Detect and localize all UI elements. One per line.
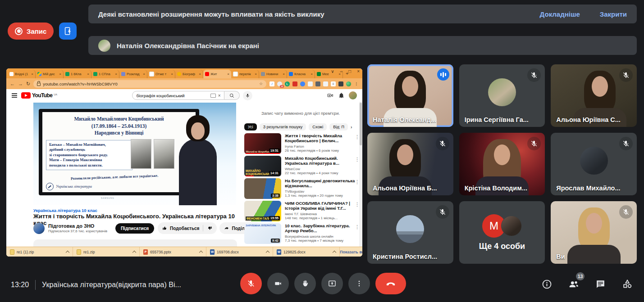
tab-close-icon[interactable]: × (87, 72, 89, 76)
extension-icon[interactable] (346, 81, 351, 86)
menu-icon[interactable] (12, 93, 17, 98)
tab-close-icon[interactable]: × (199, 72, 201, 76)
chat-button[interactable] (595, 279, 606, 290)
refresh-icon[interactable]: ↻ (26, 81, 30, 87)
extension-icon[interactable]: L (285, 81, 290, 86)
transcript-button[interactable] (59, 23, 77, 40)
leave-call-button[interactable] (375, 273, 406, 294)
tab-close-icon[interactable]: × (59, 72, 61, 76)
extension-icon[interactable] (338, 81, 343, 86)
filter-chip[interactable]: З результатів пошуку (260, 123, 306, 131)
video-hashtag-link[interactable]: Українська література 10 клас (33, 208, 97, 213)
search-button[interactable] (224, 91, 240, 100)
window-control-icon[interactable]: □ (348, 69, 351, 74)
keyboard-icon[interactable] (210, 94, 216, 98)
extension-icon[interactable]: / (269, 81, 274, 86)
filter-chip[interactable]: Схожі (309, 123, 327, 131)
channel-name[interactable]: Підготовка до ЗНО (48, 223, 107, 229)
activities-button[interactable] (621, 278, 633, 290)
meeting-details-button[interactable] (541, 279, 553, 290)
extension-icon[interactable]: 10 (277, 81, 282, 86)
browser-tab[interactable]: перелік × (231, 70, 259, 78)
participant-tile[interactable]: Альона Юріївна С... (551, 64, 637, 127)
extension-icon[interactable] (308, 81, 313, 86)
window-control-icon[interactable]: ∨ (331, 69, 334, 74)
dislike-icon[interactable] (207, 225, 212, 231)
participant-tile[interactable]: Ви (551, 201, 637, 264)
search-input-box[interactable]: × (132, 91, 224, 100)
present-screen-button[interactable] (321, 273, 343, 294)
mic-toggle-button[interactable] (240, 273, 262, 294)
extension-icon[interactable] (300, 81, 305, 86)
extension-icon[interactable] (323, 81, 328, 86)
forward-icon[interactable]: → (18, 81, 23, 86)
download-file-chip[interactable]: W 129825.docx (273, 247, 340, 257)
participant-tile[interactable]: M Ще 4 особи (459, 201, 545, 264)
create-video-icon[interactable] (327, 92, 334, 99)
filter-chip[interactable]: Усі (244, 123, 257, 131)
suggested-video[interactable]: МИХАЙЛО КОЦЮБИНСЬКИЙ 14:31 Михайло Коцюб… (244, 156, 360, 176)
file-chevron-icon[interactable] (132, 250, 136, 254)
browser-tab[interactable]: Розклад × (119, 70, 147, 78)
close-link[interactable]: Закрити (600, 10, 627, 18)
extension-icon[interactable]: ≡ (331, 81, 336, 86)
channel-avatar[interactable] (33, 223, 45, 234)
participant-tile[interactable]: Крістіна Володим... (459, 133, 545, 195)
browser-tab[interactable]: Мій дис × (36, 70, 64, 78)
file-chevron-icon[interactable] (199, 250, 203, 254)
browser-tab[interactable]: Жит × (203, 70, 231, 78)
participant-tile[interactable]: Ірина Сергіївна Га... (459, 64, 545, 127)
download-file-chip[interactable]: re1 (1).zip (6, 247, 73, 257)
download-file-chip[interactable]: re1.zip (73, 247, 140, 257)
participants-button[interactable]: 13 (568, 278, 580, 290)
show-all-downloads-link[interactable]: Показать все (340, 250, 362, 254)
raise-hand-button[interactable] (294, 273, 316, 294)
window-control-icon[interactable]: – (340, 69, 343, 74)
recording-button[interactable]: Запис (8, 23, 54, 40)
notifications-bell-icon[interactable] (338, 92, 345, 99)
browser-tab[interactable]: Класна × (287, 70, 315, 78)
search-input[interactable] (136, 93, 208, 99)
chips-scroll-icon[interactable]: › (351, 125, 352, 130)
browser-tab[interactable]: Біограф × (175, 70, 203, 78)
file-chevron-icon[interactable] (66, 250, 69, 254)
profile-avatar[interactable] (349, 91, 357, 99)
tab-close-icon[interactable]: × (227, 72, 229, 76)
youtube-logo[interactable]: YouTube UA (21, 92, 57, 99)
tab-close-icon[interactable]: × (115, 72, 117, 76)
suggested-video[interactable]: 3:38 На Богуславщині довгожителька відзн… (244, 178, 360, 199)
download-file-chip[interactable]: P 655736.pptx (140, 247, 206, 257)
window-control-icon[interactable]: × (357, 69, 360, 74)
video-player[interactable]: Михайло Михайлович Коцюбинський(17.09.18… (33, 103, 236, 205)
extension-icon[interactable] (315, 81, 320, 86)
tab-close-icon[interactable]: × (255, 72, 257, 76)
extension-icon[interactable] (292, 81, 297, 86)
back-icon[interactable]: ← (10, 81, 15, 86)
camera-toggle-button[interactable] (267, 273, 289, 294)
subscribe-button[interactable]: Підписатися (115, 223, 154, 234)
suggested-video[interactable]: ФЕНОМЕН ГАЛИЧИНИ 15:55 ЧИМ ОСОБЛИВА ГАЛИ… (244, 201, 360, 221)
address-bar[interactable]: youtube.com/watch?v=hHWSbC98VY0 ☆ (33, 80, 266, 88)
browser-tab[interactable]: 1 6Кла × (64, 70, 91, 78)
browser-tab[interactable]: 1 СПла × (91, 70, 119, 78)
tab-close-icon[interactable]: × (283, 72, 285, 76)
more-options-button[interactable] (348, 273, 370, 294)
browser-tab[interactable]: Отже т × (147, 70, 175, 78)
voice-search-button[interactable] (243, 91, 252, 100)
details-link[interactable]: Докладніше (540, 10, 580, 18)
filter-chip[interactable]: Від: П (329, 123, 348, 131)
page-scrollbar[interactable] (359, 102, 362, 247)
participant-tile[interactable]: Кристина Ростисл... (367, 201, 453, 264)
tab-close-icon[interactable]: × (171, 72, 173, 76)
file-chevron-icon[interactable] (333, 250, 336, 254)
download-file-chip[interactable]: W 169708.docx (206, 247, 273, 257)
extension-icon[interactable]: ⋮ (354, 81, 359, 86)
clear-search-icon[interactable]: × (218, 93, 221, 98)
participant-tile[interactable]: Ярослав Михайло... (551, 133, 637, 195)
bookmark-star-icon[interactable]: ☆ (259, 81, 263, 86)
file-chevron-icon[interactable] (266, 250, 269, 254)
participant-tile[interactable]: Альона Юріївна Б... (367, 133, 453, 195)
tab-close-icon[interactable]: × (311, 72, 313, 76)
participant-tile[interactable]: Наталія Олександ... (367, 64, 453, 127)
browser-tab[interactable]: Новини × (259, 70, 287, 78)
